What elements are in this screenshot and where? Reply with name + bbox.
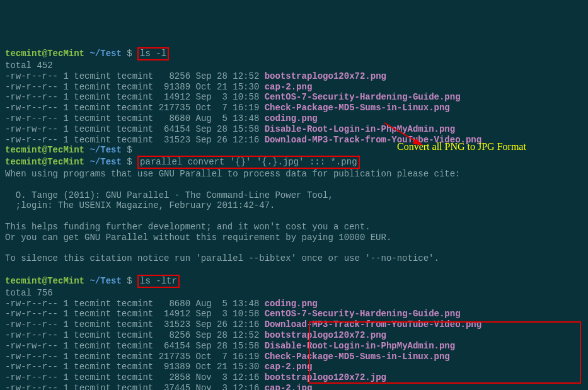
list-item: -rw-r--r-- 1 tecmint tecmint 8256 Sep 28… (5, 71, 583, 82)
file-name: coding.png (265, 113, 318, 123)
file-name: cap-2.png (265, 362, 313, 372)
prompt-host: @TecMint (42, 157, 84, 167)
file-size: 31523 (153, 319, 195, 330)
file-group: tecmint (116, 341, 153, 351)
file-date: Nov 3 12:16 (195, 372, 264, 382)
file-name: Disable-Root-Login-in-PhpMyAdmin.png (265, 341, 455, 351)
parallel-output: Or you can get GNU Parallel without this… (5, 232, 583, 243)
parallel-output: This helps funding further development; … (5, 222, 583, 232)
file-owner: tecmint (74, 92, 116, 102)
file-date: Sep 26 12:16 (195, 319, 264, 330)
file-owner: tecmint (74, 71, 116, 81)
file-date: Sep 28 15:58 (195, 124, 264, 134)
list-item: -rw-r--r-- 1 tecmint tecmint 8680 Aug 5 … (5, 299, 583, 309)
prompt-path: ~/Test (89, 157, 121, 167)
file-date: Oct 21 15:30 (195, 82, 264, 92)
file-owner: tecmint (74, 309, 116, 319)
prompt-host: @TecMint (42, 145, 84, 155)
list-item: -rw-r--r-- 1 tecmint tecmint 91389 Oct 2… (5, 362, 583, 372)
prompt-user: tecmint (5, 276, 42, 286)
parallel-output: O. Tange (2011): GNU Parallel - The Comm… (5, 190, 583, 201)
list-item: -rw-r--r-- 1 tecmint tecmint 217735 Oct … (5, 103, 583, 113)
file-date: Sep 28 15:58 (195, 341, 264, 351)
file-size: 31523 (153, 135, 195, 145)
parallel-output: ;login: The USENIX Magazine, February 20… (5, 200, 583, 211)
file-name: coding.png (265, 299, 318, 309)
file-size: 217735 (153, 103, 195, 113)
list-item: -rw-r--r-- 1 tecmint tecmint 91389 Oct 2… (5, 82, 583, 93)
command-parallel[interactable]: parallel convert '{}' '{.}.jpg' ::: *.pn… (137, 156, 359, 169)
prompt-host: @TecMint (42, 49, 84, 59)
file-size: 14912 (153, 92, 195, 102)
file-date: Oct 7 16:19 (195, 352, 264, 362)
file-perms: -rw-rw-r-- (5, 124, 63, 134)
file-size: 8256 (153, 330, 195, 340)
file-owner: tecmint (74, 135, 116, 145)
file-date: Sep 26 12:16 (195, 135, 264, 145)
file-size: 217735 (153, 352, 195, 362)
file-owner: tecmint (74, 362, 116, 372)
file-size: 14912 (153, 309, 195, 319)
file-name: cap-2.jpg (265, 383, 313, 390)
list-item: -rw-r--r-- 1 tecmint tecmint 14912 Sep 3… (5, 309, 583, 319)
terminal-output: tecmint@TecMint ~/Test $ ls -ltotal 452-… (5, 47, 583, 390)
file-size: 64154 (153, 124, 195, 134)
list-item: -rw-r--r-- 1 tecmint tecmint 2858 Nov 3 … (5, 372, 583, 383)
file-size: 37445 (153, 383, 195, 390)
file-group: tecmint (116, 299, 153, 309)
list-item: -rw-rw-r-- 1 tecmint tecmint 64154 Sep 2… (5, 124, 583, 135)
file-owner: tecmint (74, 103, 116, 113)
file-name: CentOS-7-Security-Hardening-Guide.png (265, 309, 461, 319)
file-group: tecmint (116, 372, 153, 382)
command-ls-l[interactable]: ls -l (137, 47, 169, 60)
file-name: bootstraplogo120x72.png (265, 330, 386, 340)
file-name: CentOS-7-Security-Hardening-Guide.png (265, 92, 461, 102)
file-perms: -rw-r--r-- (5, 319, 63, 330)
file-group: tecmint (116, 309, 153, 319)
file-date: Sep 3 10:58 (195, 309, 264, 319)
file-perms: -rw-r--r-- (5, 113, 63, 123)
file-date: Sep 28 12:52 (195, 330, 264, 340)
file-size: 2858 (153, 372, 195, 382)
file-group: tecmint (116, 103, 153, 113)
file-group: tecmint (116, 92, 153, 102)
file-size: 64154 (153, 341, 195, 351)
file-perms: -rw-r--r-- (5, 71, 63, 81)
parallel-output: When using programs that use GNU Paralle… (5, 169, 583, 180)
prompt-path: ~/Test (89, 145, 121, 155)
file-perms: -rw-r--r-- (5, 309, 63, 319)
prompt-user: tecmint (5, 145, 42, 155)
file-name: Download-MP3-Track-from-YouTube-Video.pn… (265, 319, 481, 330)
file-owner: tecmint (74, 82, 116, 92)
file-group: tecmint (116, 71, 153, 81)
file-perms: -rw-rw-r-- (5, 341, 63, 351)
file-date: Aug 5 13:48 (195, 113, 264, 123)
list-item: -rw-r--r-- 1 tecmint tecmint 8680 Aug 5 … (5, 113, 583, 124)
file-perms: -rw-r--r-- (5, 299, 63, 309)
file-perms: -rw-r--r-- (5, 103, 63, 113)
file-size: 91389 (153, 82, 195, 92)
file-group: tecmint (116, 362, 153, 372)
file-date: Sep 3 10:58 (195, 92, 264, 102)
file-name: cap-2.png (265, 82, 313, 92)
file-name: Check-Package-MD5-Sums-in-Linux.png (265, 352, 450, 362)
file-name: bootstraplogo120x72.png (265, 71, 386, 81)
file-perms: -rw-r--r-- (5, 330, 63, 340)
list-item: -rw-r--r-- 1 tecmint tecmint 8256 Sep 28… (5, 330, 583, 341)
list-item: -rw-rw-r-- 1 tecmint tecmint 64154 Sep 2… (5, 341, 583, 352)
file-group: tecmint (116, 124, 153, 134)
file-owner: tecmint (74, 341, 116, 351)
file-date: Oct 21 15:30 (195, 362, 264, 372)
file-owner: tecmint (74, 299, 116, 309)
file-size: 8680 (153, 113, 195, 123)
command-ls-ltr[interactable]: ls -ltr (137, 275, 180, 288)
file-group: tecmint (116, 330, 153, 340)
file-perms: -rw-r--r-- (5, 135, 63, 145)
file-perms: -rw-r--r-- (5, 372, 63, 382)
file-group: tecmint (116, 352, 153, 362)
list-item: -rw-r--r-- 1 tecmint tecmint 37445 Nov 3… (5, 383, 583, 390)
file-perms: -rw-r--r-- (5, 383, 63, 390)
file-group: tecmint (116, 113, 153, 123)
file-size: 8680 (153, 299, 195, 309)
list-item: -rw-r--r-- 1 tecmint tecmint 14912 Sep 3… (5, 92, 583, 103)
